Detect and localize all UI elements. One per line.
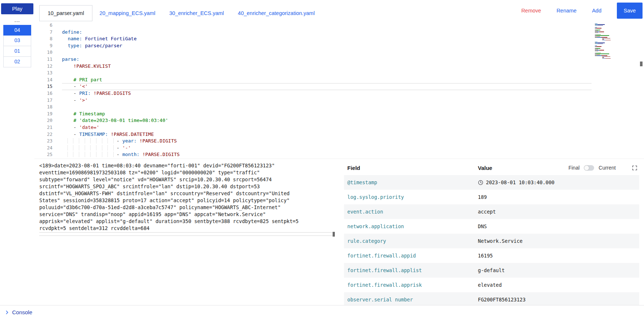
field-name[interactable]: rule.category (344, 238, 478, 244)
code-line-6[interactable]: 6 (34, 22, 644, 29)
console-label: Console (12, 309, 32, 315)
code-text: # PRI part (62, 77, 592, 84)
code-line-19[interactable]: 19 # Timestamp (34, 111, 644, 118)
code-line-23[interactable]: 23 - year: !PARSE.DIGITS (34, 138, 644, 145)
cursor-marker (333, 232, 335, 237)
sidebar-item-02[interactable]: 02 (3, 57, 31, 67)
field-name[interactable]: event.action (344, 209, 478, 215)
code-text: - '>' (62, 97, 592, 104)
console-toggle[interactable]: Console (0, 305, 644, 319)
code-text: name: Fortinet FortiGate (62, 36, 592, 42)
final-current-toggle[interactable] (584, 165, 594, 171)
field-value: 2023-08-01 10:03:40.000 (478, 179, 639, 185)
more-menu-button[interactable]: ... (0, 14, 34, 25)
tab-10-parser-yaml[interactable]: 10_parser.yaml (39, 5, 92, 21)
field-row-log-syslog-priority: log.syslog.priority189 (344, 190, 639, 204)
sidebar-item-01[interactable]: 01 (3, 46, 31, 57)
code-line-20[interactable]: 20 # 'date=2023-08-01 time=08:03:40' (34, 117, 644, 124)
code-line-11[interactable]: 11parse: (34, 56, 644, 63)
line-number: 20 (34, 117, 62, 124)
line-number: 11 (34, 56, 62, 63)
code-line-13[interactable]: 13 (34, 70, 644, 77)
event-input[interactable]: <189>date=2023-08-01 time=08:03:40 devna… (39, 162, 303, 232)
add-button[interactable]: Add (592, 8, 601, 14)
code-text: - '<' (62, 83, 592, 90)
toggle-knob (584, 166, 589, 170)
field-name[interactable]: @timestamp (344, 179, 478, 185)
code-line-18[interactable]: 18 (34, 104, 644, 111)
tab-actions: Remove Rename Add Save (521, 0, 644, 21)
line-number: 21 (34, 124, 62, 131)
minimap[interactable] (595, 22, 636, 59)
tab-20-mapping-ecs-yaml[interactable]: 20_mapping_ECS.yaml (92, 5, 162, 21)
field-name[interactable]: fortinet.firewall.applist (344, 267, 478, 273)
final-label: Final (568, 165, 579, 171)
code-line-15[interactable]: 15 - '<' (34, 83, 644, 90)
field-column-header: Field (344, 165, 478, 171)
field-name[interactable]: observer.serial_number (344, 297, 478, 303)
field-value: elevated (478, 282, 639, 288)
code-line-16[interactable]: 16 - PRI: !PARSE.DIGITS (34, 90, 644, 97)
code-text: - month: !PARSE.DIGITS (62, 151, 592, 158)
code-text: - '-' (62, 145, 592, 152)
field-value: Network.Service (478, 238, 639, 244)
save-button[interactable]: Save (617, 3, 643, 19)
remove-button[interactable]: Remove (521, 8, 541, 14)
code-text: # 'date=2023-08-01 time=08:03:40' (62, 117, 592, 124)
code-text: parse: (62, 56, 592, 63)
expand-icon[interactable] (632, 165, 638, 171)
code-text: - PRI: !PARSE.DIGITS (62, 90, 592, 97)
code-line-7[interactable]: 7define: (34, 29, 644, 36)
field-value: accept (478, 209, 639, 215)
code-text: # Timestamp (62, 111, 592, 118)
code-line-8[interactable]: 8 name: Fortinet FortiGate (34, 36, 644, 42)
line-number: 19 (34, 111, 62, 118)
field-row-timestamp: @timestamp2023-08-01 10:03:40.000 (344, 175, 639, 190)
code-line-21[interactable]: 21 - 'date=' (34, 124, 644, 131)
field-row-rule-category: rule.categoryNetwork.Service (344, 234, 639, 248)
code-line-14[interactable]: 14 # PRI part (34, 77, 644, 84)
line-number: 12 (34, 63, 62, 70)
top-area: Play ... 04030102 10_parser.yaml20_mappi… (0, 0, 644, 305)
sidebar-item-04[interactable]: 04 (3, 25, 31, 36)
code-text (62, 49, 592, 56)
code-text (62, 70, 592, 77)
field-name[interactable]: network.application (344, 223, 478, 229)
code-text: - 'date=' (62, 124, 592, 131)
bottom-panels: <189>date=2023-08-01 time=08:03:40 devna… (34, 159, 644, 305)
fields-rows: @timestamp2023-08-01 10:03:40.000log.sys… (344, 175, 639, 305)
code-line-24[interactable]: 24 - '-' (34, 145, 644, 152)
field-value: 16195 (478, 253, 639, 259)
field-row-network-application: network.applicationDNS (344, 219, 639, 234)
code-text: define: (62, 29, 592, 36)
code-line-12[interactable]: 12 !PARSE.KVLIST (34, 63, 644, 70)
field-name[interactable]: fortinet.firewall.apprisk (344, 282, 478, 288)
tab-40-enricher-categorization-yaml[interactable]: 40_enricher_categorization.yaml (231, 5, 322, 21)
code-line-17[interactable]: 17 - '>' (34, 97, 644, 104)
fields-header: Field Value Final Current (344, 160, 639, 175)
code-line-9[interactable]: 9 type: parsec/parser (34, 42, 644, 49)
field-name[interactable]: log.syslog.priority (344, 194, 478, 200)
line-number: 13 (34, 70, 62, 77)
code-text: - TIMESTAMP: !PARSE.DATETIME (62, 131, 592, 138)
code-lines: 67define:8 name: Fortinet FortiGate9 typ… (34, 22, 644, 158)
code-line-10[interactable]: 10 (34, 49, 644, 56)
code-line-25[interactable]: 25 - month: !PARSE.DIGITS (34, 151, 644, 158)
code-editor[interactable]: 67define:8 name: Fortinet FortiGate9 typ… (34, 21, 644, 159)
tab-30-enricher-ecs-yaml[interactable]: 30_enricher_ECS.yaml (162, 5, 231, 21)
field-row-fortinet-firewall-applist: fortinet.firewall.applistg-default (344, 263, 639, 278)
field-name[interactable]: fortinet.firewall.appid (344, 253, 478, 259)
play-button[interactable]: Play (1, 3, 33, 14)
field-value: 189 (478, 194, 639, 200)
field-row-event-action: event.actionaccept (344, 204, 639, 219)
sidebar-item-03[interactable]: 03 (3, 36, 31, 46)
code-text (62, 22, 592, 29)
code-line-22[interactable]: 22 - TIMESTAMP: !PARSE.DATETIME (34, 131, 644, 138)
field-value: DNS (478, 223, 639, 229)
event-input-pane: <189>date=2023-08-01 time=08:03:40 devna… (34, 159, 341, 305)
line-number: 6 (34, 22, 62, 29)
line-number: 17 (34, 97, 62, 104)
rename-button[interactable]: Rename (556, 8, 577, 14)
line-number: 7 (34, 29, 62, 36)
code-text: !PARSE.KVLIST (62, 63, 592, 70)
